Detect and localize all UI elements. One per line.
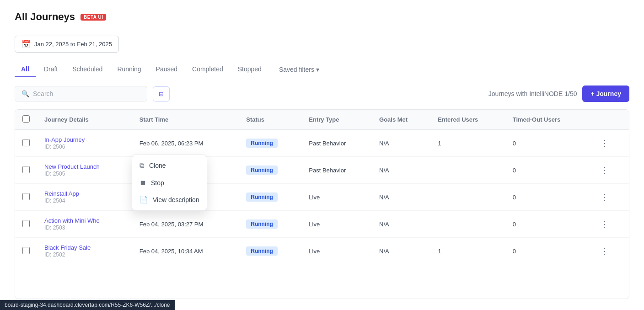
row-status-cell: Running [239, 184, 301, 211]
more-options-button-2504[interactable]: ⋮ [598, 191, 612, 203]
row-timed-out-users-cell: 0 [505, 238, 590, 265]
row-details-cell: In-App Journey ID: 2506 [37, 130, 132, 157]
journey-name-2506[interactable]: In-App Journey [44, 136, 125, 143]
row-details-cell: Action with Mini Who ID: 2503 [37, 211, 132, 238]
row-entry-type-cell: Live [301, 184, 372, 211]
status-badge-2505: Running [246, 166, 278, 175]
row-entry-type-cell: Live [301, 211, 372, 238]
journey-name-2505[interactable]: New Product Launch [44, 163, 125, 170]
table-body: In-App Journey ID: 2506 Feb 06, 2025, 06… [15, 130, 629, 265]
table-row: New Product Launch ID: 2505 Feb 06, 2025… [15, 157, 629, 184]
row-entered-users-cell [430, 184, 505, 211]
journey-id-2503: ID: 2503 [44, 224, 65, 231]
row-checkbox-2502[interactable] [22, 247, 30, 254]
select-all-header [15, 110, 37, 130]
tab-running[interactable]: Running [111, 62, 147, 77]
stop-icon: ⏹ [140, 179, 146, 187]
context-menu-clone[interactable]: ⧉ Clone [132, 157, 207, 174]
journey-count: Journeys with IntelliNODE 1/50 [488, 90, 577, 97]
row-actions-cell: ⋮ [590, 238, 629, 265]
row-checkbox-2505[interactable] [22, 166, 30, 173]
tab-draft[interactable]: Draft [38, 62, 64, 77]
row-start-time-cell: Feb 04, 2025, 03:27 PM [132, 211, 239, 238]
row-checkbox-cell [15, 130, 37, 157]
row-entered-users-cell [430, 157, 505, 184]
row-timed-out-users-cell: 0 [505, 211, 590, 238]
status-bar-url: board-staging-34.dashboard.clevertap.com… [5, 302, 170, 308]
add-journey-button[interactable]: + Journey [582, 86, 629, 102]
stop-label: Stop [151, 179, 164, 187]
row-entered-users-cell [430, 211, 505, 238]
row-checkbox-2506[interactable] [22, 139, 30, 146]
filter-tabs: All Draft Scheduled Running Paused Compl… [15, 62, 629, 77]
table-row: In-App Journey ID: 2506 Feb 06, 2025, 06… [15, 130, 629, 157]
row-actions-cell: ⋮ [590, 211, 629, 238]
context-menu-view-description[interactable]: 📄 View description [132, 191, 207, 208]
table-header-row: Journey Details Start Time Status Entry … [15, 110, 629, 130]
page-container: All Journeys BETA UI 📅 Jan 22, 2025 to F… [0, 0, 644, 310]
col-entry-type: Entry Type [301, 110, 372, 130]
col-status: Status [239, 110, 301, 130]
row-checkbox-2503[interactable] [22, 220, 30, 227]
description-icon: 📄 [140, 196, 148, 204]
journey-id-2505: ID: 2505 [44, 171, 65, 177]
row-checkbox-cell [15, 238, 37, 265]
row-entry-type-cell: Past Behavior [301, 157, 372, 184]
tab-stopped[interactable]: Stopped [231, 62, 268, 77]
row-details-cell: Black Friday Sale ID: 2502 [37, 238, 132, 265]
context-menu-stop[interactable]: ⏹ Stop [132, 174, 207, 191]
row-timed-out-users-cell: 0 [505, 184, 590, 211]
journey-name-2504[interactable]: Reinstall App [44, 190, 125, 197]
clone-label: Clone [149, 162, 166, 169]
row-checkbox-2504[interactable] [22, 193, 30, 200]
search-input[interactable] [33, 90, 140, 97]
tab-completed[interactable]: Completed [186, 62, 230, 77]
row-actions-cell: ⋮ [590, 184, 629, 211]
status-badge-2502: Running [246, 246, 278, 256]
row-goals-met-cell: N/A [372, 130, 430, 157]
row-status-cell: Running [239, 238, 301, 265]
row-checkbox-cell [15, 211, 37, 238]
row-status-cell: Running [239, 130, 301, 157]
search-box: 🔍 [15, 86, 147, 102]
row-status-cell: Running [239, 157, 301, 184]
more-options-button-2505[interactable]: ⋮ [598, 164, 612, 176]
more-options-button-2503[interactable]: ⋮ [598, 218, 612, 230]
col-timed-out-users: Timed-Out Users [505, 110, 590, 130]
row-checkbox-cell [15, 157, 37, 184]
row-start-time-cell: Feb 06, 2025, 06:23 PM [132, 130, 239, 157]
tab-scheduled[interactable]: Scheduled [66, 62, 109, 77]
date-range-label: Jan 22, 2025 to Feb 21, 2025 [34, 41, 112, 48]
more-options-button-2502[interactable]: ⋮ [598, 245, 612, 257]
row-entry-type-cell: Past Behavior [301, 130, 372, 157]
row-goals-met-cell: N/A [372, 238, 430, 265]
row-timed-out-users-cell: 0 [505, 130, 590, 157]
more-options-button-2506[interactable]: ⋮ [598, 137, 612, 149]
table-row: Reinstall App ID: 2504 Feb 04, 2025, 04:… [15, 184, 629, 211]
tab-all[interactable]: All [15, 62, 36, 77]
tab-paused[interactable]: Paused [150, 62, 184, 77]
row-start-time-cell: Feb 04, 2025, 10:34 AM [132, 238, 239, 265]
status-badge-2506: Running [246, 139, 278, 148]
col-journey-details: Journey Details [37, 110, 132, 130]
table-row: Black Friday Sale ID: 2502 Feb 04, 2025,… [15, 238, 629, 265]
status-badge-2503: Running [246, 219, 278, 229]
table-container: Journey Details Start Time Status Entry … [15, 109, 629, 299]
row-goals-met-cell: N/A [372, 211, 430, 238]
row-entered-users-cell: 1 [430, 238, 505, 265]
journey-name-2503[interactable]: Action with Mini Who [44, 217, 125, 224]
saved-filters-label: Saved filters [279, 66, 314, 73]
context-menu: ⧉ Clone ⏹ Stop 📄 View description [132, 155, 207, 211]
filter-icon: ⊟ [159, 91, 164, 97]
date-picker-button[interactable]: 📅 Jan 22, 2025 to Feb 21, 2025 [15, 36, 119, 53]
journey-name-2502[interactable]: Black Friday Sale [44, 244, 125, 251]
row-goals-met-cell: N/A [372, 157, 430, 184]
status-bar: board-staging-34.dashboard.clevertap.com… [0, 300, 175, 310]
select-all-checkbox[interactable] [22, 115, 30, 123]
filter-button[interactable]: ⊟ [153, 86, 170, 102]
saved-filters-button[interactable]: Saved filters ▾ [274, 62, 325, 77]
col-goals-met: Goals Met [372, 110, 430, 130]
row-status-cell: Running [239, 211, 301, 238]
date-picker-row: 📅 Jan 22, 2025 to Feb 21, 2025 [15, 36, 629, 53]
journeys-table: Journey Details Start Time Status Entry … [15, 110, 629, 264]
